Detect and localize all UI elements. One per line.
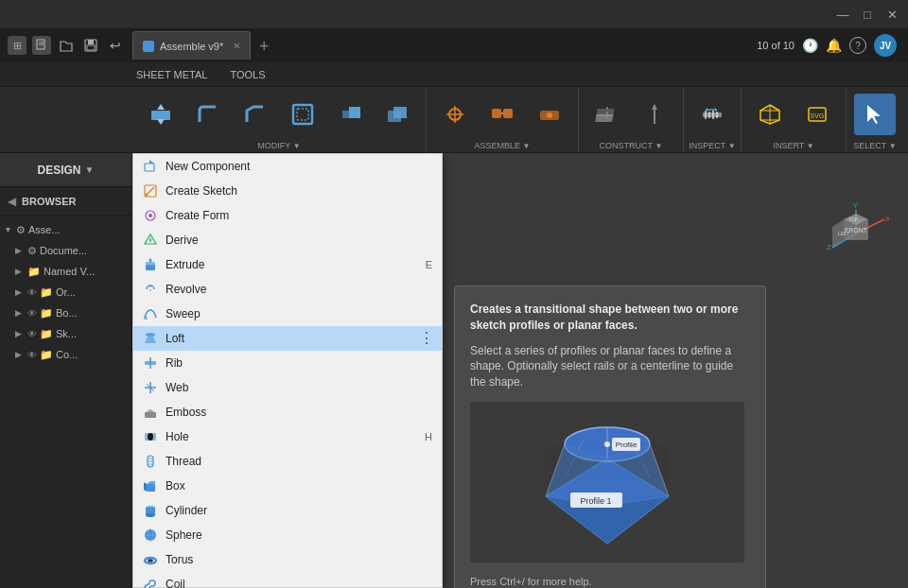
bell-icon[interactable]: 🔔 bbox=[826, 38, 842, 53]
svg-marker-41 bbox=[867, 105, 881, 124]
emboss-icon bbox=[143, 405, 158, 420]
as-built-joint-button[interactable] bbox=[529, 94, 570, 135]
menu-item-web[interactable]: Web bbox=[133, 375, 442, 400]
tooltip-loft-image: Profile 1 Profile bbox=[470, 402, 744, 562]
new-tab-button[interactable]: + bbox=[251, 33, 277, 60]
nav-cube[interactable]: X Y Z FRONT LEFT TOP bbox=[823, 200, 889, 267]
rigid-group-button[interactable] bbox=[481, 94, 523, 135]
menu-item-loft[interactable]: Loft ⋮ bbox=[133, 326, 442, 351]
svg-rect-108 bbox=[147, 484, 155, 492]
active-tab[interactable]: Assemble v9* ✕ bbox=[132, 31, 251, 60]
tree-item-bo[interactable]: ▶ 👁 📁 Bo... bbox=[0, 303, 131, 323]
app-container: — □ ✕ ⊞ ↩ Assemble v9* ✕ bbox=[0, 0, 908, 588]
box-icon bbox=[143, 478, 158, 493]
menu-label-thread: Thread bbox=[166, 455, 432, 468]
loft-icon bbox=[143, 331, 158, 346]
svg-marker-7 bbox=[157, 104, 165, 110]
svg-point-85 bbox=[148, 214, 152, 217]
shell-button[interactable] bbox=[282, 94, 323, 135]
tree-eye-icon[interactable]: 👁 bbox=[27, 287, 37, 298]
user-avatar[interactable]: JV bbox=[874, 34, 897, 57]
menu-item-cylinder[interactable]: Cylinder bbox=[133, 498, 442, 523]
menu-item-emboss[interactable]: Emboss bbox=[133, 400, 442, 424]
inspect-label: INSPECT ▼ bbox=[689, 141, 735, 150]
menu-label-torus: Torus bbox=[166, 553, 432, 566]
tree-item-sk[interactable]: ▶ 👁 📁 Sk... bbox=[0, 323, 131, 344]
quick-access: ⊞ ↩ bbox=[0, 36, 132, 55]
joint-button[interactable] bbox=[434, 94, 476, 135]
browser-nav-icon[interactable]: ◀ bbox=[8, 195, 16, 208]
tooltip-title: Creates a transitional shape between two… bbox=[470, 302, 750, 334]
menu-item-create-sketch[interactable]: Create Sketch bbox=[133, 179, 442, 203]
left-sidebar: DESIGN ▼ ◀ BROWSER ▼ ⚙ Asse... ▶ ⚙ Docum… bbox=[0, 153, 132, 588]
insert-svg-button[interactable]: SVG bbox=[796, 94, 838, 135]
loft-dots: ⋮ bbox=[419, 331, 434, 346]
fillet-button[interactable] bbox=[187, 94, 229, 135]
minimize-button[interactable]: — bbox=[834, 6, 851, 23]
menu-item-new-component[interactable]: New Component bbox=[133, 154, 442, 179]
tree-eye-icon2[interactable]: 👁 bbox=[27, 308, 37, 319]
axis-button[interactable] bbox=[634, 94, 675, 135]
help-icon[interactable]: ? bbox=[849, 37, 866, 54]
tab-icon bbox=[143, 41, 154, 52]
menu-item-sweep[interactable]: Sweep bbox=[133, 302, 442, 326]
undo-icon[interactable]: ↩ bbox=[106, 36, 125, 55]
new-file-icon[interactable] bbox=[32, 36, 51, 55]
clock-icon[interactable]: 🕐 bbox=[802, 38, 818, 53]
open-file-icon[interactable] bbox=[57, 36, 76, 55]
menu-item-torus[interactable]: Torus bbox=[133, 547, 442, 572]
tree-item-co[interactable]: ▶ 👁 📁 Co... bbox=[0, 344, 131, 365]
browser-tree: ▼ ⚙ Asse... ▶ ⚙ Docume... ▶ 📁 Named V...… bbox=[0, 216, 131, 588]
svg-point-113 bbox=[146, 513, 155, 517]
chamfer-button[interactable] bbox=[235, 94, 276, 135]
measure-button[interactable] bbox=[691, 94, 733, 135]
svg-marker-80 bbox=[149, 160, 154, 164]
tree-item-or[interactable]: ▶ 👁 📁 Or... bbox=[0, 282, 131, 303]
sweep-icon bbox=[143, 306, 158, 321]
menu-item-create-form[interactable]: Create Form bbox=[133, 203, 442, 228]
tree-eye-icon3[interactable]: 👁 bbox=[27, 329, 37, 339]
offset-plane-button[interactable] bbox=[586, 94, 628, 135]
tools-tab[interactable]: TOOLS bbox=[226, 67, 269, 82]
press-pull-button[interactable] bbox=[140, 94, 182, 135]
menu-item-coil[interactable]: Coil bbox=[133, 572, 442, 588]
menu-item-extrude[interactable]: Extrude E bbox=[133, 252, 442, 277]
assemble-section: ASSEMBLE ▼ bbox=[427, 87, 579, 152]
menu-item-hole[interactable]: Hole H bbox=[133, 424, 442, 449]
combine-button[interactable] bbox=[376, 94, 418, 135]
revolve-icon bbox=[143, 282, 158, 297]
menu-item-thread[interactable]: Thread bbox=[133, 449, 442, 474]
select-arrow-icon bbox=[860, 99, 890, 130]
scale-button[interactable] bbox=[329, 94, 371, 135]
chamfer-icon bbox=[240, 99, 271, 130]
svg-rect-5 bbox=[87, 45, 95, 50]
select-button[interactable] bbox=[854, 94, 896, 135]
maximize-button[interactable]: □ bbox=[859, 6, 876, 23]
tab-close-btn[interactable]: ✕ bbox=[233, 41, 240, 51]
grid-menu-icon[interactable]: ⊞ bbox=[8, 36, 26, 55]
close-button[interactable]: ✕ bbox=[883, 6, 900, 23]
menu-item-revolve[interactable]: Revolve bbox=[133, 277, 442, 302]
fillet-icon bbox=[193, 99, 223, 130]
menu-item-box[interactable]: Box bbox=[133, 474, 442, 498]
tree-eye-icon4[interactable]: 👁 bbox=[27, 350, 37, 360]
menu-item-rib[interactable]: Rib bbox=[133, 351, 442, 375]
create-sketch-icon bbox=[143, 183, 158, 199]
tree-item-documents[interactable]: ▶ ⚙ Docume... bbox=[0, 240, 131, 261]
tree-expand-arrow: ▼ bbox=[4, 225, 13, 234]
menu-label-box: Box bbox=[166, 479, 432, 493]
menu-item-sphere[interactable]: Sphere bbox=[133, 523, 442, 547]
menu-item-derive[interactable]: Derive bbox=[133, 228, 442, 252]
svg-point-22 bbox=[547, 112, 552, 118]
insert-label: INSERT ▼ bbox=[773, 141, 813, 150]
menu-label-revolve: Revolve bbox=[166, 283, 432, 296]
save-icon[interactable] bbox=[81, 36, 100, 55]
browser-label: BROWSER bbox=[22, 196, 76, 207]
design-header[interactable]: DESIGN ▼ bbox=[0, 153, 131, 187]
sheet-metal-tab[interactable]: SHEET METAL bbox=[132, 67, 211, 82]
tree-item-named[interactable]: ▶ 📁 Named V... bbox=[0, 261, 131, 282]
insert-mesh-button[interactable] bbox=[749, 94, 791, 135]
web-icon bbox=[143, 380, 158, 395]
tree-item-root[interactable]: ▼ ⚙ Asse... bbox=[0, 219, 131, 240]
svg-text:Profile: Profile bbox=[616, 441, 637, 449]
